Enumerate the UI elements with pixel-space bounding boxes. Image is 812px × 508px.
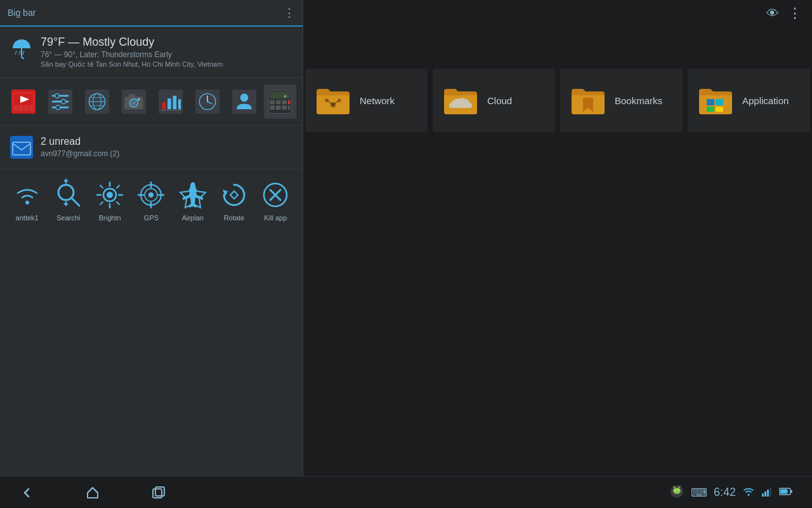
svg-point-16: [61, 99, 65, 104]
email-unread-label: 2 unread: [41, 136, 119, 147]
panel-menu-icon[interactable]: ⋮: [284, 6, 295, 20]
weather-sub: 76° — 90°, Later: Thunderstorms Early: [41, 50, 223, 59]
grid-item-network[interactable]: Network: [305, 69, 428, 132]
svg-line-59: [72, 198, 79, 206]
back-button[interactable]: [19, 485, 34, 500]
shortcut-anttek1[interactable]: anttek1: [6, 178, 48, 222]
svg-rect-53: [282, 105, 287, 110]
quick-tile-calc[interactable]: +: [264, 84, 296, 119]
svg-rect-90: [707, 99, 714, 105]
svg-rect-92: [707, 107, 714, 112]
notification-panel: Big bar ⋮ 79°F — Mostly Cloudy 76° — 90°…: [0, 0, 303, 483]
svg-rect-8: [18, 107, 23, 111]
airplane-icon: [176, 178, 209, 211]
svg-rect-108: [790, 490, 792, 493]
svg-point-98: [674, 490, 676, 491]
shortcut-gps[interactable]: GPS: [131, 178, 172, 222]
home-button[interactable]: [85, 485, 100, 500]
svg-text:+: +: [284, 93, 287, 99]
nav-right: ⌨ 6:42: [669, 484, 793, 502]
shortcut-brightness[interactable]: Brightn: [89, 178, 131, 222]
quick-tiles-row: +: [0, 78, 303, 126]
svg-rect-26: [129, 94, 135, 98]
quick-tile-media[interactable]: [6, 84, 41, 119]
folder-cloud-icon: [443, 83, 478, 118]
shortcut-anttek1-label: anttek1: [16, 214, 39, 222]
shortcut-rotate-label: Rotate: [224, 214, 244, 222]
folder-network-icon: [315, 83, 351, 118]
svg-point-40: [207, 101, 209, 103]
shortcut-search-label: Searchi: [56, 214, 80, 222]
svg-line-3: [23, 51, 24, 55]
rotate-icon: [218, 178, 251, 211]
svg-rect-34: [178, 99, 181, 109]
nav-bar: ⌨ 6:42: [0, 476, 812, 508]
svg-rect-33: [173, 96, 177, 109]
android-icon: [669, 484, 684, 502]
wifi-icon: [11, 178, 44, 211]
svg-point-97: [673, 488, 681, 494]
svg-line-73: [100, 202, 103, 204]
svg-point-65: [107, 192, 113, 198]
svg-rect-103: [762, 493, 764, 497]
weather-icon: [10, 37, 33, 60]
weather-location: Sân bay Quốc tế Tan Son Nhut, Ho Chi Min…: [41, 60, 223, 69]
grid-item-cloud-label: Cloud: [487, 95, 512, 106]
shortcut-rotate[interactable]: Rotate: [213, 178, 254, 222]
status-bar-menu-icon[interactable]: ⋮: [788, 5, 802, 22]
svg-rect-51: [270, 105, 275, 110]
svg-point-15: [55, 93, 60, 98]
grid-item-bookmarks[interactable]: Bookmarks: [560, 69, 683, 132]
shortcut-kill-app[interactable]: Kill app: [255, 178, 296, 222]
svg-line-71: [117, 202, 119, 204]
shortcuts-section: anttek1 Searchi: [0, 170, 303, 228]
system-time: 6:42: [714, 486, 736, 499]
quick-tile-clock[interactable]: [190, 84, 225, 119]
svg-rect-7: [13, 107, 18, 111]
quick-tile-camera[interactable]: [117, 84, 151, 119]
quick-tile-settings[interactable]: [43, 84, 77, 119]
svg-rect-106: [769, 488, 771, 497]
gps-icon: [134, 178, 167, 211]
visibility-icon[interactable]: 👁: [766, 6, 779, 21]
svg-point-29: [138, 98, 140, 100]
weather-temp: 79°F — Mostly Cloudy: [41, 36, 223, 49]
svg-rect-91: [716, 99, 723, 105]
shortcut-gps-label: GPS: [144, 214, 159, 222]
quick-tile-globe[interactable]: [80, 84, 114, 119]
shortcut-airplane[interactable]: Airplan: [172, 178, 213, 222]
shortcut-brightness-label: Brightn: [99, 214, 121, 222]
grid-item-application-label: Application: [742, 95, 789, 106]
svg-rect-32: [167, 98, 171, 109]
app-grid-icon: [698, 83, 733, 118]
svg-rect-9: [24, 107, 29, 111]
shortcut-search[interactable]: Searchi: [48, 178, 89, 222]
svg-rect-10: [29, 107, 34, 111]
svg-point-99: [678, 490, 679, 491]
weather-info: 79°F — Mostly Cloudy 76° — 90°, Later: T…: [41, 36, 223, 69]
grid-item-application[interactable]: Application: [688, 69, 810, 132]
nav-left: [19, 485, 166, 500]
quick-tile-contact[interactable]: [227, 84, 261, 119]
svg-line-2: [19, 51, 20, 55]
svg-rect-52: [276, 105, 281, 110]
svg-rect-12: [52, 95, 69, 97]
svg-line-72: [117, 185, 119, 188]
email-icon: [10, 136, 33, 159]
svg-rect-93: [716, 107, 723, 112]
kill-app-icon: [259, 178, 292, 211]
folder-bookmarks-icon: [570, 83, 606, 118]
svg-marker-63: [63, 203, 69, 206]
search-icon: [52, 178, 85, 211]
grid-item-bookmarks-label: Bookmarks: [615, 95, 662, 106]
svg-rect-105: [767, 490, 769, 497]
brightness-icon: [93, 178, 126, 211]
email-address: avn977@gmail.com (2): [41, 149, 119, 158]
grid-item-cloud[interactable]: Cloud: [433, 69, 555, 132]
recent-apps-button[interactable]: [151, 485, 166, 500]
email-section[interactable]: 2 unread avn977@gmail.com (2): [0, 126, 303, 170]
weather-section[interactable]: 79°F — Mostly Cloudy 76° — 90°, Later: T…: [0, 27, 303, 78]
panel-header: Big bar ⋮: [0, 0, 303, 27]
svg-point-57: [25, 201, 29, 204]
quick-tile-stats[interactable]: [154, 84, 188, 119]
